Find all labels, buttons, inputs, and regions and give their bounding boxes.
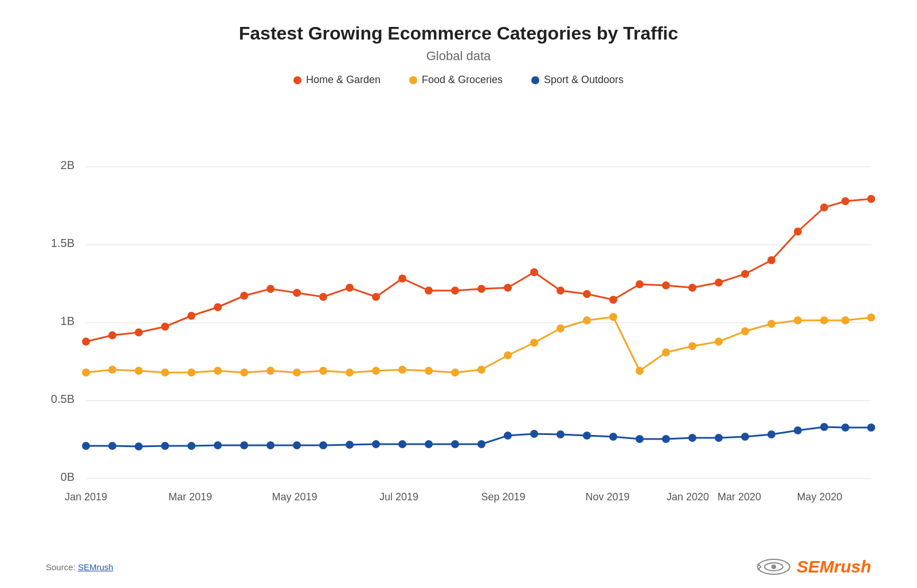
- hg-dot-4: [187, 312, 195, 320]
- hg-dot-27: [794, 228, 802, 236]
- x-label-jan2020: Jan 2020: [667, 491, 709, 503]
- so-dot-21: [636, 435, 644, 443]
- x-label-nov2019: Nov 2019: [585, 491, 629, 503]
- legend-item-home-garden: Home & Garden: [293, 74, 381, 86]
- legend-dot-home-garden: [293, 76, 301, 84]
- so-dot-2: [135, 442, 143, 450]
- fg-dot-24: [715, 338, 723, 346]
- fg-dot-6: [240, 369, 248, 377]
- legend-label-sport-outdoors: Sport & Outdoors: [544, 74, 624, 86]
- x-label-mar2020: Mar 2020: [718, 491, 761, 503]
- semrush-logo: SEMrush: [757, 557, 871, 577]
- so-dot-11: [372, 440, 380, 448]
- source-text: Source: SEMrush: [46, 562, 113, 572]
- svg-point-7: [771, 565, 776, 569]
- legend-dot-food-groceries: [409, 76, 417, 84]
- fg-dot-30: [867, 313, 875, 322]
- fg-dot-26: [767, 320, 775, 328]
- so-dot-3: [161, 442, 169, 450]
- hg-dot-12: [398, 275, 406, 283]
- hg-dot-26: [767, 256, 775, 264]
- fg-dot-4: [187, 369, 195, 377]
- source-link[interactable]: SEMrush: [78, 562, 113, 572]
- so-dot-24: [715, 434, 723, 442]
- fg-dot-19: [583, 316, 591, 324]
- hg-dot-22: [662, 281, 670, 289]
- x-label-jan2019: Jan 2019: [65, 491, 107, 503]
- so-dot-10: [346, 441, 354, 449]
- chart-container: Fastest Growing Ecommerce Categories by …: [0, 0, 917, 588]
- hg-dot-24: [715, 279, 723, 287]
- fg-dot-8: [293, 369, 301, 377]
- legend-label-home-garden: Home & Garden: [306, 74, 381, 86]
- y-label-0.5b: 0.5B: [51, 393, 75, 405]
- fg-dot-23: [688, 342, 696, 350]
- fg-dot-28: [820, 316, 828, 324]
- so-dot-29: [841, 424, 849, 432]
- hg-dot-8: [293, 289, 301, 297]
- fg-dot-3: [161, 369, 169, 377]
- so-dot-0: [82, 442, 90, 450]
- semrush-brand-text: SEMrush: [797, 557, 871, 577]
- so-dot-27: [794, 426, 802, 434]
- legend-dot-sport-outdoors: [531, 76, 539, 84]
- so-dot-18: [557, 430, 565, 438]
- hg-dot-29: [841, 197, 849, 205]
- fg-dot-13: [425, 367, 433, 375]
- so-dot-23: [688, 434, 696, 442]
- hg-dot-7: [267, 285, 275, 293]
- x-label-mar2019: Mar 2019: [168, 491, 212, 503]
- fg-dot-14: [451, 369, 459, 377]
- chart-title: Fastest Growing Ecommerce Categories by …: [0, 0, 917, 44]
- hg-dot-3: [161, 323, 169, 331]
- so-dot-20: [609, 433, 617, 441]
- fg-dot-21: [636, 367, 644, 375]
- fg-dot-11: [372, 367, 380, 375]
- so-dot-1: [108, 442, 116, 450]
- fg-dot-15: [477, 366, 485, 374]
- so-dot-13: [425, 440, 433, 448]
- so-dot-7: [267, 441, 275, 449]
- hg-dot-10: [346, 284, 354, 292]
- hg-dot-13: [425, 287, 433, 295]
- fg-dot-22: [662, 348, 670, 356]
- hg-dot-2: [135, 328, 143, 336]
- semrush-logo-icon: [757, 558, 791, 575]
- hg-dot-21: [636, 280, 644, 288]
- x-label-jul2019: Jul 2019: [379, 491, 418, 503]
- x-label-may2020: May 2020: [797, 491, 842, 503]
- so-dot-4: [187, 442, 195, 450]
- y-label-0b: 0B: [61, 471, 75, 483]
- hg-dot-14: [451, 287, 459, 295]
- fg-dot-20: [609, 313, 617, 321]
- fg-dot-17: [530, 339, 538, 347]
- fg-dot-0: [82, 369, 90, 377]
- hg-dot-20: [609, 296, 617, 304]
- so-dot-6: [240, 441, 248, 449]
- y-label-1b: 1B: [61, 315, 75, 327]
- so-dot-8: [293, 441, 301, 449]
- fg-dot-10: [346, 369, 354, 377]
- hg-dot-6: [240, 292, 248, 300]
- fg-dot-27: [794, 316, 802, 324]
- fg-dot-9: [319, 367, 327, 375]
- so-dot-14: [451, 440, 459, 448]
- line-chart: 2B 1.5B 1B 0.5B 0B Jan 2019 Mar 2019 May…: [34, 89, 888, 524]
- fg-dot-29: [841, 316, 849, 324]
- home-garden-line: [86, 199, 871, 342]
- so-dot-30: [867, 424, 875, 432]
- fg-dot-2: [135, 367, 143, 375]
- chart-subtitle: Global data: [0, 49, 917, 64]
- so-dot-15: [477, 440, 485, 448]
- fg-dot-5: [214, 367, 222, 375]
- x-label-may2019: May 2019: [272, 491, 317, 503]
- so-dot-9: [319, 441, 327, 449]
- fg-dot-18: [557, 324, 565, 332]
- y-label-2b: 2B: [61, 159, 75, 171]
- fg-dot-16: [504, 351, 512, 359]
- hg-dot-15: [477, 285, 485, 293]
- so-dot-12: [398, 440, 406, 448]
- so-dot-5: [214, 441, 222, 449]
- hg-dot-30: [867, 195, 875, 203]
- x-label-sep2019: Sep 2019: [481, 491, 525, 503]
